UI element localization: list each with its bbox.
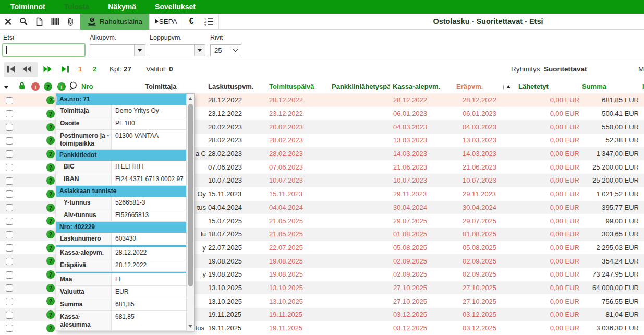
tooltip-field-value: 28.12.2022: [112, 247, 186, 259]
attachment-button[interactable]: [63, 14, 78, 30]
row-checkbox[interactable]: [6, 124, 13, 131]
menu-item-tulosta[interactable]: Tulosta: [64, 3, 90, 11]
barcode-button[interactable]: [47, 14, 63, 30]
row-help-icon[interactable]: ?: [46, 150, 55, 158]
row-checkbox[interactable]: [6, 110, 13, 117]
row-help-icon[interactable]: ?: [46, 176, 55, 185]
header-laskutuspvm[interactable]: Laskutuspvm.: [206, 79, 267, 93]
cell-checkbox: [0, 241, 18, 255]
header-help[interactable]: ?: [44, 79, 57, 93]
scroll-up-button[interactable]: [187, 94, 194, 103]
row-checkbox[interactable]: [6, 190, 13, 198]
header-lahetetyt[interactable]: Lähetetyt: [516, 79, 581, 93]
header-error[interactable]: i: [31, 79, 44, 93]
document-button[interactable]: [31, 14, 47, 30]
row-help-icon[interactable]: ?: [46, 310, 55, 319]
row-help-icon[interactable]: ?: [46, 204, 55, 212]
header-erapvm[interactable]: Eräpvm.: [449, 79, 503, 93]
row-help-icon[interactable]: ?: [46, 270, 55, 279]
cell-checkbox: [0, 160, 18, 174]
cell-summa: 1 021,52 EUR: [581, 187, 642, 201]
tooltip-field-row: OsoitePL 100: [56, 117, 186, 130]
search-button[interactable]: [16, 14, 31, 30]
row-checkbox[interactable]: [6, 150, 13, 158]
row-help-icon[interactable]: ?: [46, 257, 55, 265]
cell-laskutuspvm: 07.06.2023: [206, 160, 267, 174]
row-help-icon[interactable]: ?: [46, 297, 55, 305]
row-help-icon[interactable]: ?: [46, 163, 55, 172]
cell-error: [31, 214, 44, 228]
menu-item-sovellukset[interactable]: Sovellukset: [155, 3, 196, 11]
row-help-icon[interactable]: ?: [46, 110, 55, 118]
header-kassa-alepvm[interactable]: Kassa-alepvm.: [390, 79, 449, 93]
rahoituslaina-button[interactable]: € Rahoituslaina: [80, 14, 149, 30]
loppupvm-dropdown-button[interactable]: [194, 45, 205, 56]
row-help-icon[interactable]: ?: [46, 230, 55, 238]
row-checkbox[interactable]: [6, 137, 13, 145]
cell-toimituspaiva: 13.10.2025: [267, 281, 329, 295]
prev-page-button[interactable]: [22, 66, 31, 74]
header-toimittaja[interactable]: Toimittaja: [142, 79, 206, 93]
row-checkbox[interactable]: [6, 271, 13, 279]
menu-item-näkymä[interactable]: Näkymä: [108, 3, 136, 11]
cell-laskutuspvm: 13.10.2025: [206, 294, 267, 308]
cell-kassa-alepvm: 29.07.2025: [390, 214, 449, 228]
tooltip-scrollbar[interactable]: [186, 94, 194, 331]
cell-lock: [18, 294, 31, 308]
header-comment[interactable]: [69, 79, 78, 93]
next-page-button[interactable]: [43, 66, 52, 74]
header-sort[interactable]: (1): [503, 79, 516, 93]
cell-checkbox: [0, 174, 18, 187]
rows-per-page-select[interactable]: 25: [210, 44, 241, 56]
cell-lock: [18, 201, 31, 214]
row-help-icon[interactable]: ?: [46, 284, 55, 292]
row-checkbox[interactable]: [6, 258, 13, 265]
row-checkbox[interactable]: [6, 218, 13, 225]
header-lock[interactable]: [18, 79, 31, 93]
header-filter-caret[interactable]: [0, 79, 18, 93]
row-checkbox[interactable]: [6, 312, 13, 319]
cell-lock: [18, 134, 31, 147]
row-help-icon[interactable]: ?: [46, 217, 55, 225]
row-checkbox[interactable]: [6, 231, 13, 238]
euro-button[interactable]: €: [183, 14, 200, 30]
header-info[interactable]: i: [57, 79, 69, 93]
row-help-icon[interactable]: ?: [46, 324, 55, 332]
cell-summa: 681,85 EUR: [581, 93, 642, 107]
scroll-down-button[interactable]: [187, 322, 194, 330]
loppupvm-input[interactable]: [150, 44, 205, 56]
menu-item-toiminnot[interactable]: Toiminnot: [10, 3, 45, 11]
sepa-button[interactable]: SEPA: [149, 14, 183, 30]
search-input[interactable]: [2, 43, 86, 57]
page-number-2[interactable]: 2: [93, 65, 97, 73]
numbered-list-button[interactable]: 123: [200, 14, 218, 30]
scrollbar-thumb[interactable]: [188, 104, 193, 286]
cell-pankkiinlahetyspaiva: [329, 268, 390, 281]
row-help-icon[interactable]: ?: [46, 190, 55, 198]
row-checkbox[interactable]: [6, 244, 13, 252]
header-nro[interactable]: Nro: [78, 79, 142, 93]
row-checkbox[interactable]: [6, 177, 13, 185]
first-page-button[interactable]: [7, 66, 16, 74]
page-number-1[interactable]: 1: [78, 65, 82, 73]
row-checkbox[interactable]: [6, 97, 13, 104]
prev-page-icon: [22, 66, 31, 74]
row-help-icon[interactable]: ?: [46, 244, 55, 252]
row-checkbox[interactable]: [6, 204, 13, 211]
header-pankkiinlahetyspaiva[interactable]: Pankkiinlähetyspä: [329, 79, 390, 93]
row-help-icon[interactable]: ?: [46, 136, 55, 145]
close-button[interactable]: [0, 14, 16, 30]
row-checkbox[interactable]: [6, 284, 13, 292]
alkupvm-dropdown-button[interactable]: [134, 45, 145, 56]
row-checkbox[interactable]: [6, 298, 13, 305]
header-summa[interactable]: Summa: [581, 79, 642, 93]
alkupvm-input[interactable]: [90, 44, 145, 56]
row-checkbox[interactable]: [6, 325, 13, 332]
header-toimituspaiva[interactable]: Toimituspäivä: [267, 79, 329, 93]
cell-summa: 1 347,00 EUR: [581, 147, 642, 161]
last-page-button[interactable]: [61, 66, 70, 74]
row-checkbox[interactable]: [6, 164, 13, 171]
row-help-icon[interactable]: ?: [46, 123, 55, 131]
cell-kassa-alepvm: 03.12.2025: [390, 308, 449, 321]
cell-summa: 64 000,00 EUR: [581, 281, 642, 295]
